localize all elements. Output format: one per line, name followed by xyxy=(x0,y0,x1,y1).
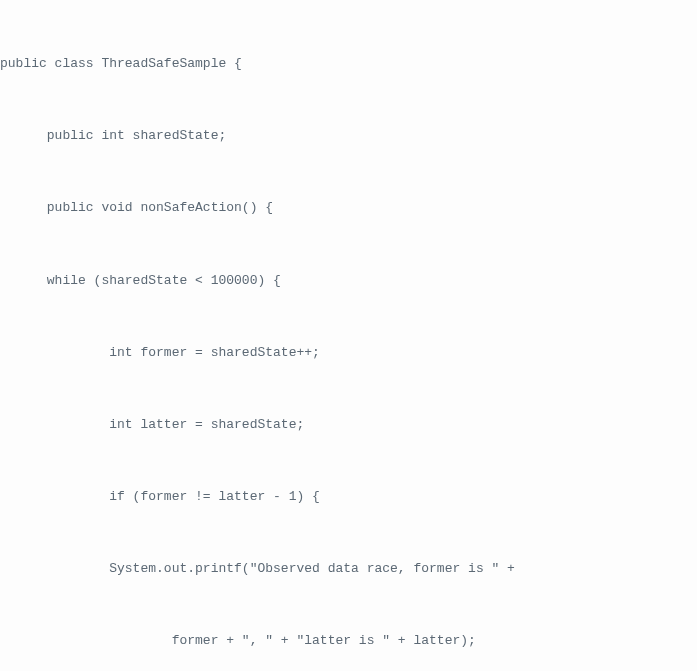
code-line: System.out.printf("Observed data race, f… xyxy=(0,557,697,581)
code-block: public class ThreadSafeSample { public i… xyxy=(0,0,697,671)
code-line: int former = sharedState++; xyxy=(0,341,697,365)
code-line: public int sharedState; xyxy=(0,124,697,148)
code-line: public class ThreadSafeSample { xyxy=(0,52,697,76)
code-line: if (former != latter - 1) { xyxy=(0,485,697,509)
code-line: while (sharedState < 100000) { xyxy=(0,269,697,293)
code-line: former + ", " + "latter is " + latter); xyxy=(0,629,697,653)
code-line: public void nonSafeAction() { xyxy=(0,196,697,220)
code-line: int latter = sharedState; xyxy=(0,413,697,437)
